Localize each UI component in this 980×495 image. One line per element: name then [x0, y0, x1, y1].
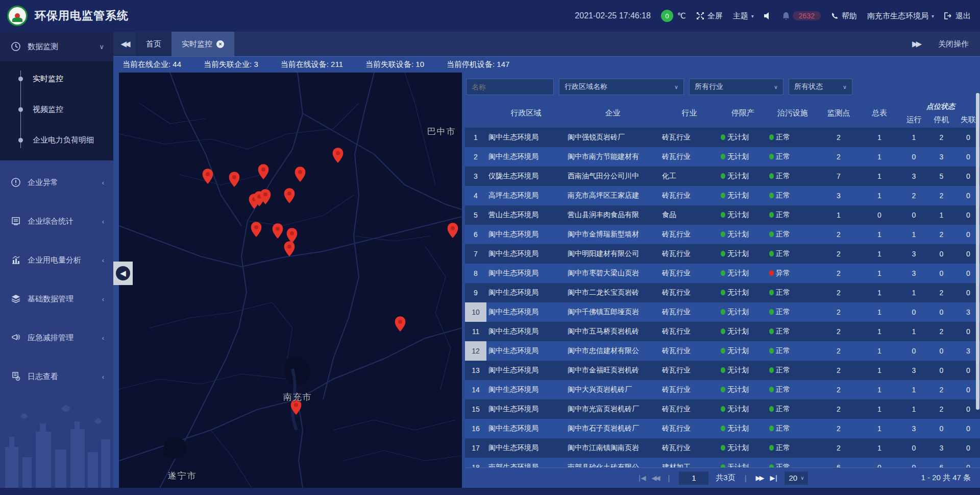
stop-count-cell: 0 — [928, 308, 955, 316]
stop-count-cell: 0 — [928, 425, 955, 433]
industry-filter-select[interactable]: 所有行业 ∨ — [689, 79, 783, 95]
company-cell: 阆中市枣碧大梁山页岩 — [566, 269, 660, 278]
table-row[interactable]: 6阆中生态环境局阆中市金博瑞新型墙材砖瓦行业无计划正常21120 — [465, 225, 980, 244]
region-filter-select[interactable]: 行政区域名称 ∨ — [559, 79, 684, 95]
production-status-cell: 无计划 — [719, 210, 767, 220]
meter-count-cell: 1 — [859, 405, 900, 413]
tab-scroll-right-button[interactable]: ▶▶ — [912, 39, 920, 49]
monitor-count-cell: 2 — [818, 230, 859, 239]
next-page-button[interactable]: ▶▶ — [756, 474, 763, 482]
row-index-cell: 1 — [465, 128, 486, 147]
double-left-arrow-icon: ◀◀ — [120, 39, 128, 49]
table-row[interactable]: 17阆中生态环境局阆中市江南镇阆南页岩砖瓦行业无计划正常21030 — [465, 438, 980, 458]
region-cell: 阆中生态环境局 — [486, 133, 566, 142]
mute-button[interactable] — [764, 12, 772, 19]
first-page-button[interactable]: ❘◀ — [637, 474, 645, 482]
phone-icon — [831, 12, 839, 20]
last-page-button[interactable]: ▶❘ — [770, 474, 778, 482]
run-count-cell: 1 — [900, 133, 928, 142]
company-cell: 阆中大兴页岩机砖厂 — [566, 385, 660, 394]
table-row[interactable]: 11阆中生态环境局阆中市五马桥页岩机砖砖瓦行业无计划正常21120 — [465, 322, 980, 341]
tab-home[interactable]: 首页 — [136, 32, 172, 56]
page-number-input[interactable]: 1 — [679, 472, 708, 485]
sidebar-subitem-video-monitor[interactable]: 视频监控 — [0, 94, 113, 125]
monitor-count-cell: 2 — [818, 386, 859, 394]
monitor-count-cell: 2 — [818, 366, 859, 374]
table-row[interactable]: 7阆中生态环境局阆中明阳建材有限公司砖瓦行业无计划正常21300 — [465, 244, 980, 264]
status-dot-icon — [721, 212, 725, 218]
logout-label: 退出 — [955, 11, 971, 21]
name-filter-input[interactable] — [472, 83, 548, 91]
enterprise-stats-icon — [11, 217, 20, 226]
table-row[interactable]: 4高坪生态环境局南充市高坪区王家店建砖瓦行业无计划正常31220 — [465, 186, 980, 205]
facility-status-cell: 正常 — [767, 230, 818, 239]
company-cell: 西南油气田分公司川中 — [566, 172, 660, 181]
company-cell: 阆中市五马桥页岩机砖 — [566, 327, 660, 336]
logout-button[interactable]: 退出 — [944, 11, 971, 21]
table-row[interactable]: 2阆中生态环境局阆中市南方节能建材有砖瓦行业无计划正常21030 — [465, 147, 980, 167]
table-row[interactable]: 16阆中生态环境局阆中市石子页岩机砖厂砖瓦行业无计划正常21300 — [465, 419, 980, 438]
sidebar-collapse-button[interactable]: ◀ — [113, 262, 133, 285]
status-filter-select[interactable]: 所有状态 ∨ — [789, 79, 852, 95]
facility-status-cell: 正常 — [767, 249, 818, 258]
table-row[interactable]: 10阆中生态环境局阆中千佛镇五郎垭页岩砖瓦行业无计划正常21003 — [465, 302, 980, 322]
table-row[interactable]: 1阆中生态环境局阆中强锐页岩砖厂砖瓦行业无计划正常21120 — [465, 128, 980, 147]
fullscreen-button[interactable]: 全屏 — [696, 11, 723, 21]
stop-count-cell: 3 — [928, 444, 955, 452]
table-row[interactable]: 9阆中生态环境局阆中市二龙长宝页岩砖砖瓦行业无计划正常21120 — [465, 283, 980, 302]
table-scrollbar[interactable] — [976, 93, 979, 410]
chevron-left-icon: ‹ — [102, 179, 104, 186]
table-row[interactable]: 3仪陇生态环境局西南油气田分公司川中化工无计划正常71350 — [465, 167, 980, 186]
company-cell: 阆中市二龙长宝页岩砖 — [566, 288, 660, 297]
stop-count-cell: 2 — [928, 133, 955, 142]
production-status-cell: 无计划 — [719, 230, 767, 239]
table-row[interactable]: 18南部生态环境局南部县砂化土砖有限公建材加工无计划正常60060 — [465, 458, 980, 467]
sidebar-item-data-monitor[interactable]: 数据监测 ∨ — [0, 32, 113, 61]
stop-count-cell: 0 — [928, 250, 955, 258]
run-count-cell: 0 — [900, 211, 928, 219]
page-size-select[interactable]: 20 ∨ — [785, 472, 808, 485]
sidebar-item-enterprise-alert[interactable]: 企业异常 ‹ — [0, 168, 113, 197]
status-dot-icon — [721, 231, 725, 237]
table-row[interactable]: 5营山生态环境局营山县润丰肉食品有限食品无计划正常10010 — [465, 205, 980, 225]
region-cell: 南部生态环境局 — [486, 463, 566, 467]
table-row[interactable]: 14阆中生态环境局阆中大兴页岩机砖厂砖瓦行业无计划正常21120 — [465, 380, 980, 399]
table-row[interactable]: 13阆中生态环境局阆中市金福旺页岩机砖砖瓦行业无计划正常21300 — [465, 361, 980, 380]
status-dot-icon — [721, 328, 725, 334]
chevron-left-icon: ‹ — [102, 334, 104, 342]
sidebar-subitem-power-load-detail[interactable]: 企业电力负荷明细 — [0, 125, 113, 155]
org-menu[interactable]: 南充市生态环境局 ▾ — [867, 11, 934, 21]
tab-scroll-left-button[interactable]: ◀◀ — [113, 32, 136, 56]
map-view[interactable]: 巴中市南充市遂宁市 — [119, 73, 462, 488]
page-size-value: 20 — [789, 474, 797, 482]
close-operations-button[interactable]: 关闭操作 — [938, 39, 969, 49]
help-button[interactable]: 帮助 — [831, 11, 857, 21]
status-dot-icon — [721, 348, 725, 353]
facility-status-cell: 正常 — [767, 210, 818, 220]
run-count-cell: 3 — [900, 425, 928, 433]
notification-area[interactable]: 2632 — [782, 11, 821, 20]
tab-realtime-monitor[interactable]: 实时监控 × — [172, 32, 234, 56]
name-filter-field[interactable] — [466, 79, 554, 95]
table-row[interactable]: 12阆中生态环境局阆中市忠信建材有限公砖瓦行业无计划正常21003 — [465, 341, 980, 361]
sidebar-item-log-view[interactable]: 日志查看 ‹ — [0, 362, 113, 391]
tab-close-icon[interactable]: × — [216, 40, 224, 48]
sidebar-item-enterprise-stats[interactable]: 企业综合统计 ‹ — [0, 206, 113, 236]
table-row[interactable]: 8阆中生态环境局阆中市枣碧大梁山页岩砖瓦行业无计划异常21300 — [465, 264, 980, 283]
stat-lost-devices: 当前失联设备: 10 — [365, 60, 424, 69]
help-label: 帮助 — [842, 11, 857, 21]
sidebar-item-emergency[interactable]: 应急减排管理 ‹ — [0, 323, 113, 352]
row-index-cell: 8 — [465, 264, 486, 283]
prev-page-button[interactable]: ◀◀ — [651, 474, 658, 482]
table-row[interactable]: 15阆中生态环境局阆中市光富页岩机砖厂砖瓦行业无计划正常21120 — [465, 399, 980, 419]
run-count-cell: 0 — [900, 463, 928, 467]
sidebar-item-power-analysis[interactable]: 企业用电量分析 ‹ — [0, 245, 113, 275]
base-data-icon — [11, 294, 20, 303]
sidebar-subitem-realtime-monitor[interactable]: 实时监控 — [0, 63, 113, 94]
theme-menu[interactable]: 主题 ▾ — [733, 11, 754, 21]
sidebar-item-base-data[interactable]: 基础数据管理 ‹ — [0, 284, 113, 314]
facility-status-cell: 正常 — [767, 424, 818, 433]
meter-count-cell: 1 — [859, 347, 900, 355]
facility-status-cell: 正常 — [767, 288, 818, 297]
column-monitor: 监测点 — [818, 98, 859, 128]
